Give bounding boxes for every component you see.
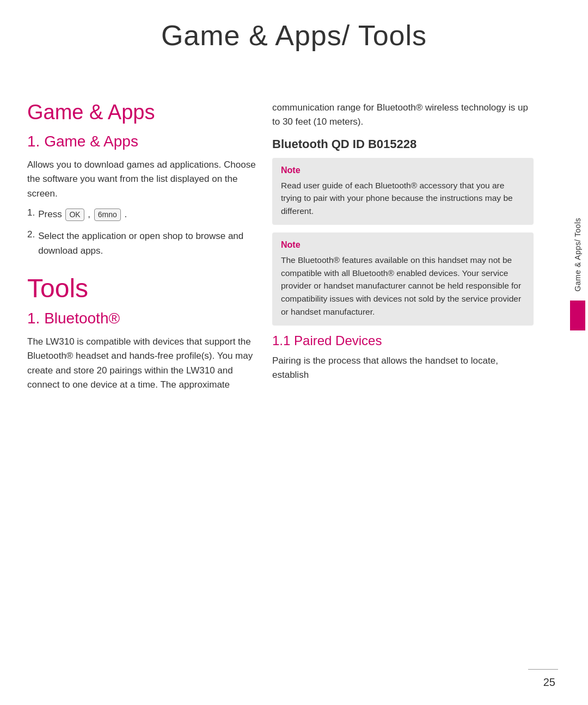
step1-content: Press OK , 6mno . (38, 207, 127, 222)
main-heading: Game & Apps (27, 101, 256, 124)
right-content: communication range for Bluetooth® wirel… (272, 101, 534, 383)
note-box-2: Note The Bluetooth® features available o… (272, 232, 534, 326)
bluetooth-heading: 1. Bluetooth® (27, 310, 256, 327)
page-title: Game & Apps/ Tools (0, 19, 588, 52)
tools-heading: Tools (27, 273, 256, 303)
content-wrapper: Game & Apps 1. Game & Apps Allows you to… (0, 0, 588, 705)
step1: 1. Press OK , 6mno . (27, 207, 256, 222)
side-tab-text: Game & Apps/ Tools (573, 218, 583, 292)
note2-label: Note (281, 240, 525, 250)
continuation-text: communication range for Bluetooth® wirel… (272, 101, 534, 130)
right-column: communication range for Bluetooth® wirel… (272, 22, 555, 683)
side-tab: Game & Apps/ Tools (567, 218, 588, 425)
step2: 2. Select the application or open shop t… (27, 229, 256, 258)
step1-number: 1. (27, 207, 35, 222)
note1-text: Read user guide of each Bluetooth® acces… (281, 179, 525, 218)
note1-label: Note (281, 165, 525, 175)
step2-content: Select the application or open shop to b… (38, 229, 256, 258)
key-ok: OK (65, 209, 84, 222)
step2-number: 2. (27, 229, 35, 258)
section1-body: Allows you to download games ad applicat… (27, 158, 256, 201)
page-divider (528, 669, 558, 670)
step1-separator: , (88, 209, 90, 219)
step1-text-after: . (125, 209, 127, 219)
paired-devices-body: Pairing is the process that allows the h… (272, 354, 534, 383)
step1-text-before: Press (38, 209, 64, 219)
section1-heading: 1. Game & Apps (27, 133, 256, 150)
left-content: Game & Apps 1. Game & Apps Allows you to… (27, 101, 256, 392)
bluetooth-qd-heading: Bluetooth QD ID B015228 (272, 137, 534, 151)
left-column: Game & Apps 1. Game & Apps Allows you to… (27, 22, 256, 683)
bluetooth-body: The LW310 is compatible with devices tha… (27, 335, 256, 392)
note-box-1: Note Read user guide of each Bluetooth® … (272, 158, 534, 225)
page-title-area: Game & Apps/ Tools (0, 19, 588, 52)
side-tab-bar (570, 301, 585, 330)
key-6mno: 6mno (94, 209, 121, 222)
note2-text: The Bluetooth® features available on thi… (281, 254, 525, 318)
page-container: Game & Apps/ Tools Game & Apps/ Tools 25… (0, 0, 588, 705)
page-number: 25 (543, 676, 555, 689)
paired-devices-heading: 1.1 Paired Devices (272, 333, 534, 348)
